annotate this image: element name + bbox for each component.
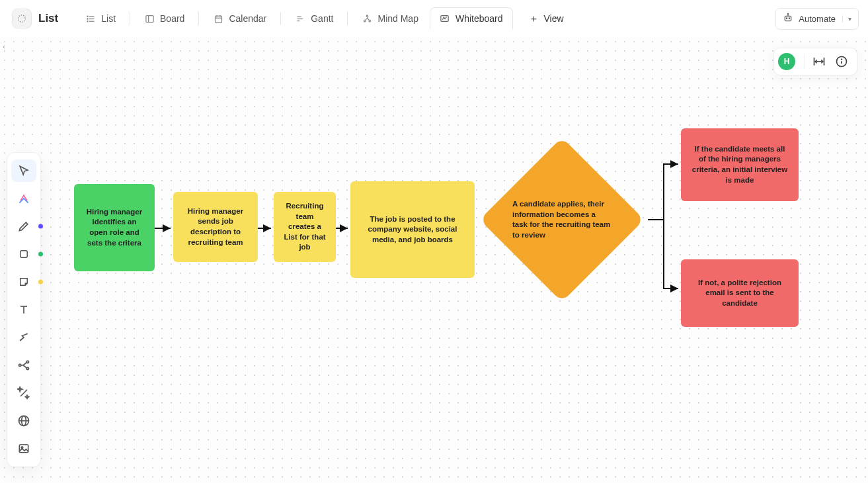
svg-point-4 xyxy=(87,16,88,17)
tool-select[interactable] xyxy=(11,159,36,182)
page-title: List xyxy=(38,12,58,25)
svg-point-34 xyxy=(19,364,21,366)
flow-node-7-text: If not, a polite rejection email is sent… xyxy=(690,278,789,309)
list-icon xyxy=(85,13,96,24)
svg-point-0 xyxy=(19,15,26,22)
whiteboard-toolbar xyxy=(7,152,41,467)
avatar[interactable]: H xyxy=(778,53,795,70)
top-right-controls: Automate ▾ xyxy=(775,8,859,30)
tab-list-label: List xyxy=(101,13,116,24)
svg-rect-40 xyxy=(19,445,28,453)
whiteboard-icon xyxy=(440,13,450,24)
info-icon[interactable] xyxy=(830,52,853,71)
tab-whiteboard[interactable]: Whiteboard xyxy=(430,7,513,30)
flow-node-3[interactable]: Recruiting team creates a List for that … xyxy=(274,192,336,262)
tool-relationships[interactable] xyxy=(11,354,36,376)
svg-point-35 xyxy=(26,361,28,363)
tool-shape[interactable] xyxy=(11,243,36,265)
svg-point-21 xyxy=(787,18,787,19)
svg-rect-9 xyxy=(215,16,221,22)
svg-point-36 xyxy=(26,367,28,369)
board-icon xyxy=(144,13,155,24)
automate-button[interactable]: Automate ▾ xyxy=(775,8,859,30)
flow-node-2[interactable]: Hiring manager sends job description to … xyxy=(173,192,258,262)
add-view-label: View xyxy=(544,13,564,24)
flow-node-3-text: Recruiting team creates a List for that … xyxy=(283,201,327,253)
divider xyxy=(805,54,805,69)
svg-rect-31 xyxy=(20,251,28,258)
tab-divider xyxy=(198,12,199,25)
tab-gantt[interactable]: Gantt xyxy=(285,7,343,30)
tool-sticky[interactable] xyxy=(11,271,36,293)
tab-divider xyxy=(280,12,281,25)
tab-calendar[interactable]: Calendar xyxy=(203,7,276,30)
canvas-top-right-panel: H xyxy=(773,48,857,75)
tab-list[interactable]: List xyxy=(75,7,126,30)
tab-gantt-label: Gantt xyxy=(311,13,333,24)
mindmap-icon xyxy=(362,13,372,24)
tool-magic[interactable] xyxy=(11,382,36,404)
tool-connector[interactable] xyxy=(11,326,36,349)
svg-point-6 xyxy=(87,21,88,21)
flow-decision-node[interactable]: A candidate applies, their information b… xyxy=(480,138,645,302)
flow-node-1[interactable]: Hiring manager identifies an open role a… xyxy=(74,184,155,271)
tab-board-label: Board xyxy=(160,13,184,24)
view-tabs: List Board Calendar Gantt xyxy=(75,7,571,30)
flow-node-4[interactable]: The job is posted to the company website… xyxy=(350,181,475,278)
chevron-down-icon: ▾ xyxy=(842,15,851,22)
list-app-icon xyxy=(12,9,32,28)
add-view-button[interactable]: ＋ View xyxy=(521,7,572,30)
tool-sticky-swatch xyxy=(38,280,43,285)
automate-label: Automate xyxy=(799,14,836,24)
svg-point-30 xyxy=(842,59,842,60)
svg-point-24 xyxy=(788,13,789,14)
fit-width-icon[interactable] xyxy=(808,52,830,71)
svg-point-16 xyxy=(366,15,368,17)
tool-pen-swatch xyxy=(38,224,43,229)
tool-web[interactable] xyxy=(11,410,36,432)
svg-point-18 xyxy=(369,20,371,22)
tab-divider xyxy=(130,12,130,25)
tab-calendar-label: Calendar xyxy=(229,13,266,24)
whiteboard-canvas[interactable]: H xyxy=(0,37,868,483)
robot-icon xyxy=(783,13,793,25)
svg-point-17 xyxy=(364,20,366,22)
tab-divider xyxy=(347,12,348,25)
tab-board[interactable]: Board xyxy=(134,7,194,30)
page-title-block: List xyxy=(12,9,58,28)
svg-point-5 xyxy=(87,18,88,19)
tool-shape-swatch xyxy=(38,252,43,257)
svg-rect-7 xyxy=(145,15,153,22)
tool-image[interactable] xyxy=(11,437,36,460)
flow-node-6[interactable]: If the candidate meets all of the hiring… xyxy=(681,128,799,201)
tool-pen[interactable] xyxy=(11,215,36,238)
flow-node-1-text: Hiring manager identifies an open role a… xyxy=(83,207,145,248)
tab-mindmap[interactable]: Mind Map xyxy=(352,7,428,30)
calendar-icon xyxy=(213,13,223,24)
plus-icon: ＋ xyxy=(529,13,539,25)
flow-node-2-text: Hiring manager sends job description to … xyxy=(182,206,249,247)
svg-point-22 xyxy=(789,18,790,19)
flow-node-6-text: If the candidate meets all of the hiring… xyxy=(690,144,789,185)
top-bar: List List Board Calendar Ga xyxy=(0,0,868,37)
flow-node-7[interactable]: If not, a polite rejection email is sent… xyxy=(681,259,799,327)
tab-mindmap-label: Mind Map xyxy=(377,13,418,24)
tool-text[interactable] xyxy=(11,298,36,321)
flow-decision-text: A candidate applies, their information b… xyxy=(512,199,612,240)
collapse-sidebar-handle[interactable]: ‹ xyxy=(0,38,8,54)
tab-whiteboard-label: Whiteboard xyxy=(455,13,503,24)
gantt-icon xyxy=(295,13,305,24)
tool-ai-generate[interactable] xyxy=(11,187,36,210)
flow-node-4-text: The job is posted to the company website… xyxy=(360,214,465,245)
